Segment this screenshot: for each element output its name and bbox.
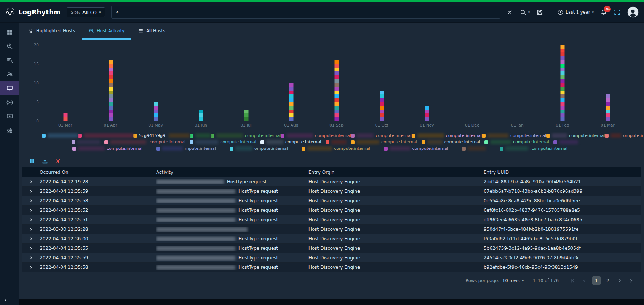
expand-row-button[interactable] [22, 208, 40, 213]
bar-segment[interactable] [561, 110, 565, 113]
first-page-button[interactable] [568, 276, 577, 285]
bar-segment[interactable] [606, 117, 610, 121]
legend-item[interactable] [553, 140, 578, 144]
table-row[interactable]: 2022-04-04 12:35:51HostType requestHost … [22, 215, 641, 225]
expand-row-button[interactable] [22, 218, 40, 222]
bar-segment[interactable] [561, 94, 565, 98]
expand-row-button[interactable] [22, 180, 40, 184]
expand-row-button[interactable] [22, 189, 40, 194]
fullscreen-button[interactable] [614, 9, 620, 16]
bar-segment[interactable] [289, 110, 294, 113]
bar-segment[interactable] [334, 94, 339, 98]
bar-segment[interactable] [199, 113, 203, 117]
site-selector[interactable]: Site: All (7) ▾ [67, 7, 105, 17]
legend-item[interactable]: compute.internal [484, 140, 549, 145]
bar-segment[interactable] [334, 60, 339, 64]
nav-analyze[interactable] [0, 39, 19, 53]
bar-segment[interactable] [289, 91, 294, 94]
legend-item[interactable]: compute.internal [412, 133, 482, 138]
bar-segment[interactable] [561, 52, 565, 56]
rows-per-page-select[interactable]: 10 rows ▾ [502, 278, 524, 283]
clear-filters-button[interactable] [55, 158, 61, 164]
bar-segment[interactable] [334, 106, 339, 110]
stacked-bar[interactable] [64, 113, 68, 121]
search-menu-button[interactable]: ▾ [520, 9, 530, 16]
bar-segment[interactable] [334, 79, 339, 83]
bar-segment[interactable] [154, 102, 158, 106]
nav-settings[interactable] [0, 124, 19, 138]
bar-segment[interactable] [334, 83, 339, 87]
bar-segment[interactable] [334, 91, 339, 94]
bar-segment[interactable] [334, 87, 339, 91]
bar-segment[interactable] [380, 117, 384, 121]
bar-segment[interactable] [334, 98, 339, 102]
bar-segment[interactable] [109, 106, 113, 110]
bar-segment[interactable] [561, 56, 565, 60]
bar-segment[interactable] [561, 83, 565, 87]
nav-searches[interactable] [0, 53, 19, 67]
bar-segment[interactable] [561, 49, 565, 52]
bar-segment[interactable] [109, 110, 113, 113]
bar-segment[interactable] [334, 102, 339, 106]
legend-item[interactable]: mpute.internal [156, 146, 216, 151]
stacked-bar[interactable] [109, 60, 113, 121]
bar-segment[interactable] [289, 83, 294, 87]
expand-panel-button[interactable] [0, 295, 19, 304]
bar-segment[interactable] [561, 64, 565, 68]
page-button-2[interactable]: 2 [604, 276, 612, 285]
bar-segment[interactable] [199, 117, 203, 121]
bar-segment[interactable] [289, 117, 294, 121]
bar-segment[interactable] [380, 102, 384, 106]
stacked-bar[interactable] [289, 83, 294, 121]
table-row[interactable]: 2022-03-30 12:32:28Host Discovery Engine… [22, 225, 641, 234]
legend-item[interactable]: compute.internal [384, 146, 448, 151]
tab-all-hosts[interactable]: All Hosts [131, 23, 172, 40]
bar-segment[interactable] [561, 71, 565, 75]
tab-host-activity[interactable]: Host Activity [82, 23, 131, 40]
bar-segment[interactable] [561, 91, 565, 94]
bar-segment[interactable] [334, 71, 339, 75]
bar-segment[interactable] [289, 94, 294, 98]
bar-segment[interactable] [289, 98, 294, 102]
bar-segment[interactable] [109, 79, 113, 83]
bar-segment[interactable] [109, 98, 113, 102]
column-chooser-button[interactable] [29, 158, 35, 164]
bar-segment[interactable] [606, 102, 610, 106]
user-avatar-button[interactable] [627, 6, 639, 18]
bar-segment[interactable] [561, 117, 565, 121]
expand-row-button[interactable] [22, 199, 40, 203]
bar-segment[interactable] [109, 71, 113, 75]
bar-segment[interactable] [380, 98, 384, 102]
stacked-bar[interactable] [380, 91, 384, 121]
bar-segment[interactable] [154, 113, 158, 117]
bar-segment[interactable] [606, 94, 610, 98]
stacked-bar[interactable] [244, 110, 248, 121]
expand-row-button[interactable] [22, 256, 40, 260]
expand-row-button[interactable] [22, 265, 40, 270]
stacked-bar[interactable] [425, 106, 429, 121]
tab-highlighted-hosts[interactable]: Highlighted Hosts [21, 23, 82, 40]
stacked-bar[interactable] [561, 45, 565, 121]
bar-segment[interactable] [334, 64, 339, 68]
bar-segment[interactable] [244, 110, 248, 113]
legend-item[interactable]: compute.internal [190, 140, 256, 145]
bar-segment[interactable] [561, 79, 565, 83]
legend-item[interactable]: compute.internal [260, 140, 321, 145]
bar-segment[interactable] [561, 75, 565, 79]
legend-item[interactable]: ompute.internal [605, 133, 644, 138]
legend-item[interactable]: compute.internal [211, 133, 281, 138]
stacked-bar[interactable] [606, 94, 610, 121]
legend-item[interactable] [42, 133, 78, 138]
bar-segment[interactable] [109, 91, 113, 94]
bar-segment[interactable] [606, 98, 610, 102]
bar-segment[interactable] [606, 106, 610, 110]
legend-item[interactable]: compute.internal [351, 133, 411, 138]
nav-network[interactable] [0, 95, 19, 110]
bar-segment[interactable] [380, 113, 384, 117]
bar-segment[interactable] [109, 87, 113, 91]
legend-item[interactable] [72, 140, 100, 144]
column-header[interactable]: Activity [156, 170, 308, 175]
column-header[interactable]: Entry UUID [484, 170, 641, 175]
stacked-bar[interactable] [199, 110, 203, 121]
table-row[interactable]: 2022-04-04 12:36:00HostType requestHost … [22, 234, 641, 244]
